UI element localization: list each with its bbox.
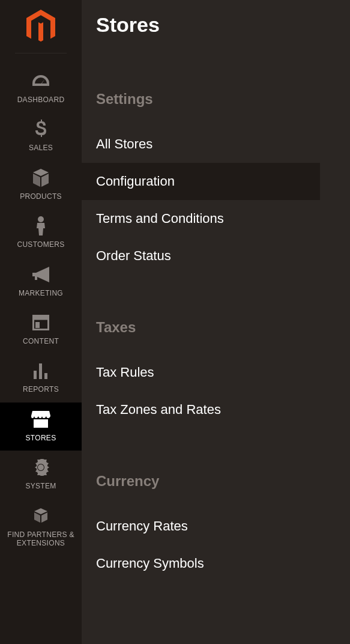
sidebar-item-stores[interactable]: STORES bbox=[0, 402, 82, 451]
menu-link-currency-symbols[interactable]: Currency Symbols bbox=[96, 545, 350, 582]
section-heading-currency: Currency bbox=[96, 473, 350, 490]
sidebar-item-label: STORES bbox=[23, 434, 59, 442]
storefront-icon bbox=[31, 410, 50, 429]
svg-marker-17 bbox=[41, 512, 47, 523]
sidebar-item-label: PRODUCTS bbox=[17, 192, 64, 201]
sidebar-item-label: REPORTS bbox=[20, 385, 61, 393]
sidebar-item-dashboard[interactable]: DASHBOARD bbox=[0, 64, 82, 112]
sidebar-item-label: DASHBOARD bbox=[15, 96, 67, 104]
sidebar-item-label: CONTENT bbox=[20, 337, 61, 345]
sidebar-item-label: SALES bbox=[26, 144, 55, 152]
svg-marker-2 bbox=[33, 174, 40, 187]
svg-rect-10 bbox=[35, 322, 40, 328]
sidebar-item-label: MARKETING bbox=[16, 289, 65, 297]
svg-marker-16 bbox=[34, 512, 40, 523]
menu-link-tax-rules[interactable]: Tax Rules bbox=[96, 354, 350, 391]
puzzle-icon bbox=[31, 506, 50, 526]
menu-link-terms-and-conditions[interactable]: Terms and Conditions bbox=[96, 200, 350, 237]
svg-rect-11 bbox=[34, 371, 37, 379]
sidebar-item-label: FIND PARTNERS & EXTENSIONS bbox=[0, 530, 82, 548]
sidebar-item-sales[interactable]: SALES bbox=[0, 112, 82, 160]
svg-rect-13 bbox=[44, 373, 47, 379]
menu-link-order-status[interactable]: Order Status bbox=[96, 237, 350, 275]
svg-rect-6 bbox=[32, 273, 36, 276]
megaphone-icon bbox=[31, 265, 50, 284]
sidebar-divider bbox=[15, 53, 67, 53]
sidebar-item-customers[interactable]: CUSTOMERS bbox=[0, 209, 82, 257]
svg-rect-9 bbox=[34, 315, 49, 320]
sidebar-item-find-partners[interactable]: FIND PARTNERS & EXTENSIONS bbox=[0, 499, 82, 556]
menu-link-all-stores[interactable]: All Stores bbox=[96, 126, 350, 163]
sidebar-item-system[interactable]: SYSTEM bbox=[0, 451, 82, 499]
svg-rect-12 bbox=[39, 363, 42, 379]
section-gap bbox=[96, 275, 350, 319]
layout-icon bbox=[31, 313, 50, 332]
person-icon bbox=[31, 216, 50, 235]
svg-marker-0 bbox=[41, 79, 45, 84]
magento-logo-icon bbox=[25, 10, 56, 44]
sidebar-item-label: SYSTEM bbox=[23, 482, 58, 490]
menu-link-currency-rates[interactable]: Currency Rates bbox=[96, 508, 350, 545]
sidebar-item-content[interactable]: CONTENT bbox=[0, 306, 82, 354]
sidebar-item-products[interactable]: PRODUCTS bbox=[0, 161, 82, 209]
bar-chart-icon bbox=[31, 361, 50, 380]
section-heading-settings: Settings bbox=[96, 91, 350, 108]
admin-sidebar: DASHBOARD SALES PRODUCTS CUSTOME bbox=[0, 0, 82, 644]
gear-icon bbox=[31, 458, 50, 477]
dollar-icon bbox=[31, 120, 50, 139]
flyout-title: Stores bbox=[96, 13, 350, 37]
sidebar-item-reports[interactable]: REPORTS bbox=[0, 354, 82, 402]
stores-flyout-panel: Stores Settings All Stores Configuration… bbox=[82, 0, 350, 644]
svg-marker-15 bbox=[34, 508, 47, 514]
gauge-icon bbox=[31, 71, 50, 91]
svg-rect-14 bbox=[34, 419, 48, 428]
svg-marker-3 bbox=[41, 174, 49, 187]
menu-link-configuration[interactable]: Configuration bbox=[82, 163, 320, 200]
box-icon bbox=[31, 168, 50, 187]
svg-point-4 bbox=[38, 216, 44, 222]
sidebar-item-marketing[interactable]: MARKETING bbox=[0, 258, 82, 306]
section-heading-taxes: Taxes bbox=[96, 319, 350, 336]
svg-marker-5 bbox=[36, 267, 49, 282]
svg-rect-7 bbox=[35, 276, 37, 280]
section-gap bbox=[96, 428, 350, 473]
menu-link-tax-zones-rates[interactable]: Tax Zones and Rates bbox=[96, 391, 350, 428]
sidebar-item-label: CUSTOMERS bbox=[14, 240, 67, 249]
logo[interactable] bbox=[0, 10, 82, 53]
